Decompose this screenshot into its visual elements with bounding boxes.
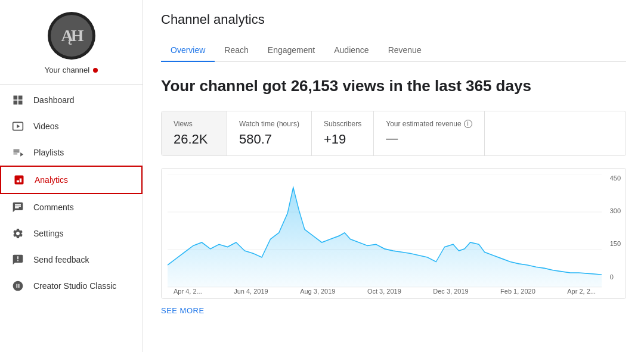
send-feedback-label: Send feedback	[33, 255, 89, 264]
stat-card-watch-time: Watch time (hours) 580.7	[227, 111, 312, 155]
chart-svg	[168, 175, 602, 288]
sidebar-item-comments[interactable]: Comments	[0, 194, 143, 220]
tab-reach[interactable]: Reach	[215, 39, 258, 62]
revenue-value: —	[386, 132, 472, 145]
channel-name-label: Your channel	[45, 66, 89, 74]
avatar[interactable]: ĄH	[48, 12, 95, 60]
x-label-2: Aug 3, 2019	[300, 288, 335, 295]
playlists-icon	[12, 147, 24, 158]
playlists-label: Playlists	[33, 148, 64, 157]
x-label-5: Feb 1, 2020	[500, 288, 535, 295]
channel-header: ĄH Your channel	[0, 0, 143, 85]
x-label-0: Apr 4, 2...	[174, 288, 202, 295]
y-label-0: 0	[610, 273, 621, 281]
sidebar-item-creator-studio[interactable]: Creator Studio Classic	[0, 273, 143, 299]
headline: Your channel got 26,153 views in the las…	[161, 76, 626, 96]
y-label-300: 300	[610, 207, 621, 214]
tab-engagement[interactable]: Engagement	[258, 39, 324, 62]
see-more-button[interactable]: SEE MORE	[161, 306, 626, 315]
channel-notification-dot	[93, 68, 98, 73]
channel-name-row: Your channel	[45, 66, 98, 74]
tab-overview[interactable]: Overview	[161, 39, 215, 62]
sidebar-item-playlists[interactable]: Playlists	[0, 139, 143, 166]
stat-card-subscribers: Subscribers +19	[312, 111, 374, 155]
stat-card-views: Views 26.2K	[162, 111, 227, 155]
chart-y-labels: 450 300 150 0	[610, 175, 621, 281]
svg-marker-1	[17, 124, 20, 129]
tab-audience[interactable]: Audience	[324, 39, 378, 62]
chart-x-labels: Apr 4, 2... Jun 4, 2019 Aug 3, 2019 Oct …	[174, 288, 596, 295]
y-label-450: 450	[610, 175, 621, 182]
analytics-label: Analytics	[35, 175, 68, 185]
nav-list: Dashboard Videos Playlists Analytics	[0, 85, 143, 352]
settings-icon	[12, 228, 24, 239]
chart-container: 450 300 150 0 Apr 4, 2... Jun 4, 2019 Au…	[161, 168, 626, 299]
avatar-initials: ĄH	[51, 15, 92, 57]
comments-label: Comments	[33, 203, 74, 212]
creator-studio-icon	[12, 280, 24, 292]
y-label-150: 150	[610, 240, 621, 247]
creator-studio-label: Creator Studio Classic	[33, 281, 116, 291]
x-label-3: Oct 3, 2019	[367, 288, 401, 295]
main-content: Channel analytics Overview Reach Engagem…	[143, 0, 644, 352]
sidebar: ĄH Your channel Dashboard Videos Playl	[0, 0, 143, 352]
feedback-icon	[12, 254, 24, 266]
subscribers-label: Subscribers	[324, 120, 361, 128]
sidebar-item-send-feedback[interactable]: Send feedback	[0, 247, 143, 273]
dashboard-label: Dashboard	[33, 95, 75, 105]
sidebar-item-dashboard[interactable]: Dashboard	[0, 87, 143, 113]
watch-time-value: 580.7	[239, 132, 299, 147]
tabs-bar: Overview Reach Engagement Audience Reven…	[161, 39, 626, 62]
subscribers-value: +19	[324, 132, 361, 147]
settings-label: Settings	[33, 229, 64, 238]
revenue-info-icon[interactable]: i	[464, 120, 472, 128]
watch-time-label: Watch time (hours)	[239, 120, 299, 128]
views-value: 26.2K	[174, 132, 215, 147]
stats-row: Views 26.2K Watch time (hours) 580.7 Sub…	[161, 111, 626, 156]
comments-icon	[12, 201, 24, 213]
page-title: Channel analytics	[161, 12, 626, 27]
videos-icon	[12, 120, 24, 132]
analytics-icon	[13, 174, 25, 186]
dashboard-icon	[12, 94, 24, 106]
tab-revenue[interactable]: Revenue	[379, 39, 431, 62]
videos-label: Videos	[33, 122, 59, 131]
x-label-1: Jun 4, 2019	[234, 288, 268, 295]
x-label-6: Apr 2, 2...	[567, 288, 596, 295]
sidebar-item-videos[interactable]: Videos	[0, 113, 143, 139]
x-label-4: Dec 3, 2019	[433, 288, 468, 295]
views-label: Views	[174, 120, 215, 128]
stat-card-revenue: Your estimated revenue i —	[374, 111, 484, 155]
revenue-label: Your estimated revenue i	[386, 120, 472, 128]
sidebar-item-settings[interactable]: Settings	[0, 220, 143, 247]
sidebar-item-analytics[interactable]: Analytics	[0, 166, 143, 194]
